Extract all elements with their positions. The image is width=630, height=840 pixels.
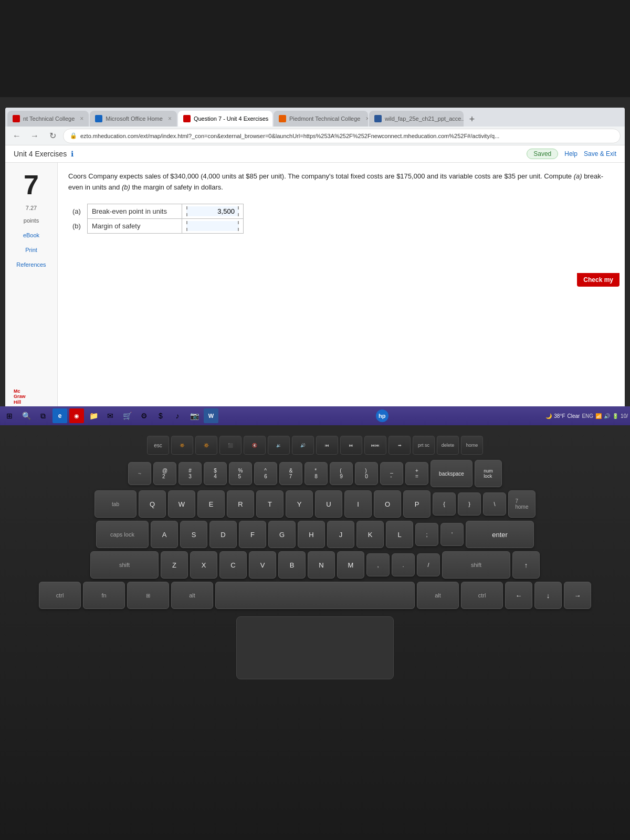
- start-button[interactable]: ⊞: [2, 408, 17, 423]
- key-w[interactable]: W: [168, 490, 195, 518]
- key-backtick[interactable]: ~: [128, 462, 151, 485]
- key-3[interactable]: $4: [204, 462, 227, 485]
- taskbar-camera-icon[interactable]: 📷: [187, 408, 202, 423]
- fn-key-f9[interactable]: ⏭⏭: [364, 436, 386, 455]
- touchpad[interactable]: [236, 616, 394, 679]
- tab-office-home[interactable]: Microsoft Office Home ×: [90, 111, 177, 127]
- taskbar-music-icon[interactable]: ♪: [170, 408, 185, 423]
- key-p[interactable]: P: [403, 490, 430, 518]
- key-8[interactable]: (9: [330, 462, 353, 485]
- key-arrow-up[interactable]: ↑: [512, 551, 540, 579]
- key-ralt[interactable]: alt: [417, 582, 459, 609]
- key-m[interactable]: M: [337, 551, 364, 579]
- ebook-link[interactable]: eBook: [23, 232, 39, 238]
- key-0[interactable]: _-: [380, 462, 403, 485]
- fn-key-f5[interactable]: 🔉: [268, 436, 290, 455]
- taskbar-dollar-icon[interactable]: $: [153, 408, 168, 423]
- key-b[interactable]: B: [278, 551, 306, 579]
- key-s[interactable]: S: [180, 521, 207, 548]
- taskview-button[interactable]: ⧉: [36, 408, 50, 423]
- row2-input[interactable]: [186, 221, 239, 231]
- fn-key-ins[interactable]: prt sc: [413, 436, 435, 455]
- key-space[interactable]: [215, 582, 415, 609]
- key-7[interactable]: *8: [304, 462, 328, 485]
- key-x[interactable]: X: [190, 551, 217, 579]
- key-backslash[interactable]: \: [483, 492, 506, 516]
- fn-key-f6[interactable]: 🔊: [292, 436, 314, 455]
- key-r[interactable]: R: [227, 490, 254, 518]
- key-a[interactable]: A: [151, 521, 178, 548]
- key-9[interactable]: )0: [355, 462, 378, 485]
- taskbar-edge-icon[interactable]: e: [52, 408, 67, 423]
- fn-key-f8[interactable]: ⏭: [340, 436, 362, 455]
- key-minus[interactable]: +=: [405, 462, 428, 485]
- tab-piedmont[interactable]: Piedmont Technical College ×: [274, 111, 368, 127]
- key-c[interactable]: C: [219, 551, 247, 579]
- fn-key-f3[interactable]: ⬛: [219, 436, 242, 455]
- key-lbracket[interactable]: {: [433, 492, 456, 516]
- key-comma[interactable]: ,: [366, 553, 390, 576]
- check-my-button[interactable]: Check my: [577, 273, 620, 287]
- key-slash[interactable]: /: [417, 553, 440, 576]
- key-j[interactable]: J: [327, 521, 354, 548]
- key-arrow-left[interactable]: ←: [505, 582, 532, 609]
- key-z[interactable]: Z: [161, 551, 188, 579]
- references-link[interactable]: References: [16, 261, 46, 268]
- key-v[interactable]: V: [249, 551, 276, 579]
- tab-nt-college[interactable]: nt Technical College ×: [7, 111, 89, 127]
- help-button[interactable]: Help: [564, 150, 578, 158]
- key-numlock[interactable]: numlock: [475, 460, 502, 487]
- fn-key-f4[interactable]: 🔇: [244, 436, 266, 455]
- key-win[interactable]: ⊞: [127, 582, 169, 609]
- tab-word-doc[interactable]: wild_fap_25e_ch21_ppt_acce... ×: [369, 111, 464, 127]
- key-capslock[interactable]: caps lock: [96, 521, 149, 548]
- key-h[interactable]: H: [298, 521, 325, 548]
- key-alt[interactable]: alt: [171, 582, 213, 609]
- key-d[interactable]: D: [209, 521, 237, 548]
- key-q[interactable]: Q: [139, 490, 166, 518]
- key-rshift[interactable]: shift: [442, 551, 510, 579]
- key-e[interactable]: E: [197, 490, 225, 518]
- save-exit-button[interactable]: Save & Exit: [584, 150, 616, 158]
- url-box[interactable]: 🔒 ezto.mheducation.com/ext/map/index.htm…: [63, 129, 621, 143]
- tab2-close[interactable]: ×: [168, 115, 172, 122]
- taskbar-mail-icon[interactable]: ✉: [103, 408, 118, 423]
- key-2[interactable]: #3: [178, 462, 202, 485]
- key-n[interactable]: N: [308, 551, 335, 579]
- key-enter[interactable]: enter: [466, 521, 534, 548]
- fn-key-f2[interactable]: 🔆: [195, 436, 217, 455]
- row1-input[interactable]: [186, 206, 239, 216]
- taskbar-settings-icon[interactable]: ⚙: [136, 408, 151, 423]
- key-period[interactable]: .: [392, 553, 415, 576]
- key-fn-btn[interactable]: fn: [83, 582, 125, 609]
- forward-button[interactable]: →: [27, 129, 42, 143]
- key-u[interactable]: U: [315, 490, 342, 518]
- key-tab[interactable]: tab: [94, 490, 136, 518]
- search-button[interactable]: 🔍: [19, 408, 34, 423]
- taskbar-chrome-icon[interactable]: ◉: [69, 408, 84, 423]
- fn-key-del[interactable]: delete: [437, 436, 459, 455]
- key-5[interactable]: ^6: [254, 462, 277, 485]
- key-arrow-right[interactable]: →: [564, 582, 591, 609]
- key-6[interactable]: &7: [279, 462, 302, 485]
- taskbar-word-icon[interactable]: W: [204, 408, 218, 423]
- key-ctrl[interactable]: ctrl: [39, 582, 81, 609]
- key-k[interactable]: K: [356, 521, 384, 548]
- key-lshift[interactable]: shift: [90, 551, 159, 579]
- fn-key-f7[interactable]: ⏮: [316, 436, 338, 455]
- fn-key-esc[interactable]: esc: [147, 436, 169, 455]
- tab1-close[interactable]: ×: [80, 115, 83, 122]
- back-button[interactable]: ←: [9, 129, 24, 143]
- key-rctrl[interactable]: ctrl: [461, 582, 503, 609]
- key-semicolon[interactable]: ;: [415, 523, 438, 546]
- key-t[interactable]: T: [256, 490, 284, 518]
- key-g[interactable]: G: [268, 521, 296, 548]
- key-rbracket[interactable]: }: [458, 492, 481, 516]
- key-numpad7[interactable]: 7home: [508, 490, 536, 518]
- key-arrow-down[interactable]: ↓: [534, 582, 562, 609]
- print-link[interactable]: Print: [25, 247, 37, 253]
- fn-key-home[interactable]: home: [461, 436, 483, 455]
- key-y[interactable]: Y: [286, 490, 313, 518]
- fn-key-f10[interactable]: ➡: [388, 436, 411, 455]
- tab-question7[interactable]: Question 7 - Unit 4 Exercises ×: [178, 111, 272, 127]
